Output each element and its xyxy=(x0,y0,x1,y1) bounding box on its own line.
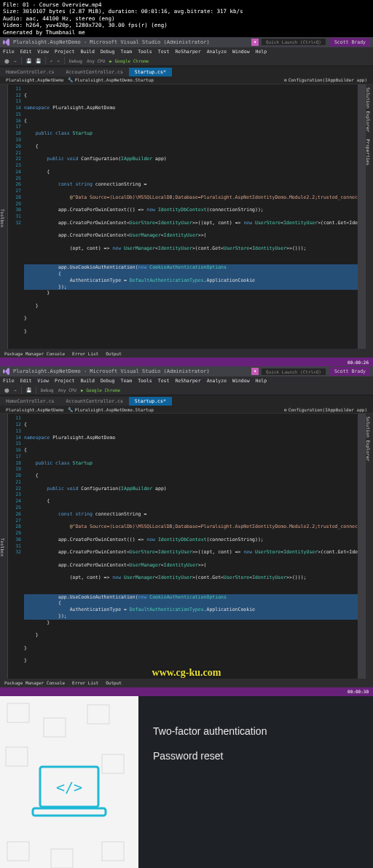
breadcrumb-project[interactable]: Pluralsight.AspNetDemo xyxy=(6,407,63,412)
tab-account-controller[interactable]: AccountController.cs xyxy=(60,68,129,76)
menu-help[interactable]: Help xyxy=(256,378,267,384)
menu-test[interactable]: Test xyxy=(158,49,170,55)
menu-help[interactable]: Help xyxy=(256,49,267,55)
menu-team[interactable]: Team xyxy=(121,378,133,384)
solution-explorer-tab[interactable]: Solution Explorer xyxy=(366,417,371,461)
toolbox-tab[interactable]: Toolbox xyxy=(0,414,8,678)
vs-logo-icon xyxy=(3,39,10,46)
user-badge[interactable]: Scott Brady xyxy=(330,38,370,47)
redo-icon[interactable]: ↷ xyxy=(57,58,60,63)
bottom-tabs: Package Manager Console Error List Outpu… xyxy=(0,349,373,358)
config-dropdown[interactable]: Debug xyxy=(69,58,82,63)
menu-analyze[interactable]: Analyze xyxy=(207,49,227,55)
breadcrumb-method[interactable]: ⚙ Configuration(IAppBuilder app) xyxy=(284,407,367,412)
tab-startup[interactable]: Startup.cs* xyxy=(129,397,172,406)
error-list-tab[interactable]: Error List xyxy=(72,351,98,356)
menu-build[interactable]: Build xyxy=(80,49,95,55)
meta-gen: Generated by Thumbnail me xyxy=(3,29,370,36)
vs-logo-icon xyxy=(3,368,10,375)
bottom-tabs: Package Manager Console Error List Outpu… xyxy=(0,679,373,687)
breadcrumb-class[interactable]: 🔧 Pluralsight.AspNetDemo.Startup xyxy=(68,77,153,82)
config-dropdown[interactable]: Debug xyxy=(41,387,54,392)
code-editor[interactable]: 1112131415161718192021222324252627282930… xyxy=(8,84,365,349)
code-editor[interactable]: 1112131415161718192021222324252627282930… xyxy=(8,414,365,678)
properties-tab[interactable]: Properties xyxy=(366,139,371,165)
breadcrumb-class[interactable]: 🔧 Pluralsight.AspNetDemo.Startup xyxy=(68,407,153,412)
save-icon[interactable]: 💾 xyxy=(26,58,31,63)
menu-file[interactable]: File xyxy=(3,49,15,55)
user-badge[interactable]: Scott Brady xyxy=(330,367,370,376)
slide-heading: Two-factor authentication xyxy=(153,725,358,737)
code-content[interactable]: { namespace Pluralsight.AspNetDemo { pub… xyxy=(24,414,358,678)
meta-file: File: 01 - Course Overview.mp4 xyxy=(3,1,370,8)
svg-rect-6 xyxy=(51,849,73,868)
tab-home-controller[interactable]: HomeController.cs xyxy=(0,397,60,406)
menu-resharper[interactable]: ReSharper xyxy=(175,378,200,384)
menu-debug[interactable]: Debug xyxy=(101,378,115,384)
menu-tools[interactable]: Tools xyxy=(138,49,152,55)
menu-project[interactable]: Project xyxy=(55,378,74,384)
window-title: Pluralsight.AspNetDemo - Microsoft Visua… xyxy=(13,368,210,374)
svg-rect-5 xyxy=(7,842,29,861)
platform-dropdown[interactable]: Any CPU xyxy=(58,387,76,392)
svg-rect-0 xyxy=(7,703,29,722)
menu-window[interactable]: Window xyxy=(232,378,249,384)
pkg-mgr-tab[interactable]: Package Manager Console xyxy=(4,351,65,356)
vs-diag-icon[interactable]: ▾ xyxy=(251,368,259,375)
menu-view[interactable]: View xyxy=(37,49,49,55)
output-tab[interactable]: Output xyxy=(106,680,122,685)
menu-window[interactable]: Window xyxy=(232,49,249,55)
nav-back-icon[interactable]: ⬤ xyxy=(4,387,9,392)
media-metadata: File: 01 - Course Overview.mp4 Size: 301… xyxy=(0,0,373,37)
menu-team[interactable]: Team xyxy=(121,49,133,55)
vs-diag-icon[interactable]: ▾ xyxy=(251,39,259,46)
breadcrumb-bar: Pluralsight.AspNetDemo 🔧 Pluralsight.Asp… xyxy=(0,76,373,84)
svg-rect-10 xyxy=(33,808,106,816)
error-list-tab[interactable]: Error List xyxy=(72,680,98,685)
save-all-icon[interactable]: 💾 xyxy=(36,58,41,63)
breadcrumb-project[interactable]: Pluralsight.AspNetDemo xyxy=(6,77,63,82)
menu-analyze[interactable]: Analyze xyxy=(207,378,227,384)
output-tab[interactable]: Output xyxy=(106,351,122,356)
tab-home-controller[interactable]: HomeController.cs xyxy=(0,68,60,76)
svg-rect-3 xyxy=(6,747,28,766)
line-numbers: 1112131415161718192021222324252627282930… xyxy=(8,84,24,349)
svg-rect-1 xyxy=(44,718,66,737)
window-title: Pluralsight.AspNetDemo - Microsoft Visua… xyxy=(13,39,210,45)
platform-dropdown[interactable]: Any CPU xyxy=(87,58,105,63)
save-icon[interactable]: 💾 xyxy=(26,387,31,392)
pkg-mgr-tab[interactable]: Package Manager Console xyxy=(4,680,65,685)
menu-view[interactable]: View xyxy=(37,378,49,384)
menu-debug[interactable]: Debug xyxy=(101,49,115,55)
tab-startup[interactable]: Startup.cs* xyxy=(129,68,172,76)
menu-project[interactable]: Project xyxy=(55,49,74,55)
toolbox-tab[interactable]: Toolbox xyxy=(0,84,8,349)
code-content[interactable]: { namespace Pluralsight.AspNetDemo { pub… xyxy=(24,84,358,349)
nav-fwd-icon[interactable]: → xyxy=(14,387,17,392)
menu-edit[interactable]: Edit xyxy=(20,49,32,55)
nav-back-icon[interactable]: ⬤ xyxy=(4,58,9,63)
document-tabs: HomeController.cs AccountController.cs S… xyxy=(0,395,373,406)
slide-text: Password reset xyxy=(153,750,358,762)
menu-build[interactable]: Build xyxy=(80,378,95,384)
quick-launch-input[interactable]: Quick Launch (Ctrl+Q) xyxy=(262,368,326,375)
breadcrumb-method[interactable]: ⚙ Configuration(IAppBuilder app) xyxy=(284,77,367,82)
menu-file[interactable]: File xyxy=(3,378,15,384)
undo-icon[interactable]: ↶ xyxy=(50,58,53,63)
menu-test[interactable]: Test xyxy=(158,378,170,384)
timestamp: 00:00:26 xyxy=(348,360,369,365)
nav-fwd-icon[interactable]: → xyxy=(14,58,17,63)
solution-explorer-tab[interactable]: Solution Explorer xyxy=(366,87,371,132)
tab-account-controller[interactable]: AccountController.cs xyxy=(60,397,129,406)
vertical-scrollbar[interactable] xyxy=(358,414,365,678)
slide-two-factor: </> Two-factor authentication Password r… xyxy=(0,696,373,868)
start-button[interactable]: ▶ Google Chrome xyxy=(81,387,120,392)
menu-tools[interactable]: Tools xyxy=(138,378,152,384)
watermark-text: www.cg-ku.com xyxy=(152,667,221,679)
menu-edit[interactable]: Edit xyxy=(20,378,32,384)
vertical-scrollbar[interactable] xyxy=(358,84,365,349)
menu-resharper[interactable]: ReSharper xyxy=(175,49,200,55)
quick-launch-input[interactable]: Quick Launch (Ctrl+Q) xyxy=(262,39,326,45)
start-button[interactable]: ▶ Google Chrome xyxy=(109,58,149,63)
status-bar: 00:00:26 xyxy=(0,358,373,366)
